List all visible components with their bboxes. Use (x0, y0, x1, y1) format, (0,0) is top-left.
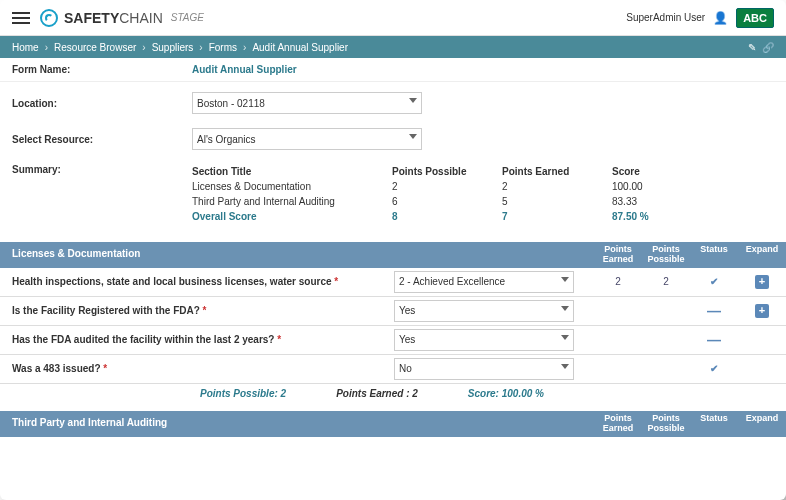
crumb-forms[interactable]: Forms (209, 42, 237, 53)
resource-select[interactable]: Al's Organics (192, 128, 422, 150)
edit-icon[interactable]: ✎ (748, 42, 756, 53)
check-icon: ✔ (710, 363, 718, 374)
crumb-suppliers[interactable]: Suppliers (152, 42, 194, 53)
chevron-down-icon (561, 335, 569, 340)
question-row: Was a 483 issued? * No ✔ (0, 355, 786, 384)
chevron-down-icon (409, 134, 417, 139)
link-icon[interactable]: 🔗 (762, 42, 774, 53)
location-select[interactable]: Boston - 02118 (192, 92, 422, 114)
breadcrumb: Home› Resource Browser› Suppliers› Forms… (0, 36, 786, 58)
chevron-down-icon (561, 277, 569, 282)
expand-button[interactable]: + (755, 304, 769, 318)
crumb-home[interactable]: Home (12, 42, 39, 53)
brand-logo: SAFETYCHAIN (40, 9, 163, 27)
question-row: Is the Facility Registered with the FDA?… (0, 297, 786, 326)
table-row: Third Party and Internal Auditing 6 5 83… (192, 194, 774, 209)
company-badge: ABC (736, 8, 774, 28)
minus-icon: — (707, 332, 721, 348)
minus-icon: — (707, 303, 721, 319)
hamburger-icon[interactable] (12, 12, 30, 24)
section-header-licenses: Licenses & Documentation Points Earned P… (0, 242, 786, 268)
chevron-down-icon (561, 364, 569, 369)
question-row: Has the FDA audited the facility within … (0, 326, 786, 355)
section-header-auditing: Third Party and Internal Auditing Points… (0, 411, 786, 437)
check-icon: ✔ (710, 276, 718, 287)
chevron-down-icon (409, 98, 417, 103)
q3-select[interactable]: Yes (394, 329, 574, 351)
points-earned: 2 (594, 276, 642, 287)
logo-mark-icon (40, 9, 58, 27)
table-row: Licenses & Documentation 2 2 100.00 (192, 179, 774, 194)
q2-select[interactable]: Yes (394, 300, 574, 322)
resource-label: Select Resource: (12, 134, 192, 145)
summary-label: Summary: (12, 164, 192, 224)
section-footer: Points Possible: 2 Points Earned : 2 Sco… (0, 384, 786, 403)
question-row: Health inspections, state and local busi… (0, 268, 786, 297)
location-label: Location: (12, 98, 192, 109)
form-name-value: Audit Annual Supplier (192, 64, 297, 75)
current-user[interactable]: SuperAdmin User (626, 12, 705, 23)
points-possible: 2 (642, 276, 690, 287)
q1-select[interactable]: 2 - Achieved Excellence (394, 271, 574, 293)
form-name-label: Form Name: (12, 64, 192, 75)
overall-score-row: Overall Score 8 7 87.50 % (192, 209, 774, 224)
q4-select[interactable]: No (394, 358, 574, 380)
crumb-current: Audit Annual Supplier (252, 42, 348, 53)
summary-table: Section Title Points Possible Points Ear… (192, 164, 774, 224)
env-stage: STAGE (171, 12, 204, 23)
expand-button[interactable]: + (755, 275, 769, 289)
crumb-resource-browser[interactable]: Resource Browser (54, 42, 136, 53)
chevron-down-icon (561, 306, 569, 311)
user-icon[interactable]: 👤 (713, 11, 728, 25)
